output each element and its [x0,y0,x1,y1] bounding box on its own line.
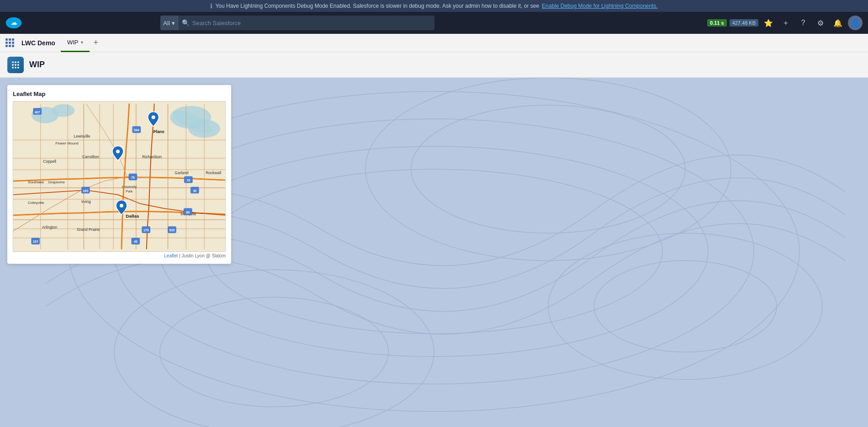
svg-point-84 [120,204,123,208]
svg-text:Coppell: Coppell [43,159,56,164]
svg-text:544: 544 [134,128,139,132]
svg-rect-5 [12,64,14,65]
svg-text:Colleyville: Colleyville [28,201,44,205]
debug-link[interactable]: Enable Debug Mode for Lightning Componen… [542,3,658,9]
help-button[interactable]: ? [796,16,810,30]
svg-point-20 [594,261,777,352]
svg-text:157: 157 [33,240,38,243]
svg-point-14 [206,169,662,334]
map-container[interactable]: 407 544 Lewisville Flower Mound Plano Ca… [13,101,226,252]
main-content: .topo { fill: none; stroke: #2a4a7f; str… [0,78,868,427]
svg-point-15 [365,78,731,261]
svg-text:Richardson: Richardson [142,155,162,159]
svg-rect-8 [12,67,14,68]
svg-text:Plano: Plano [153,129,164,134]
svg-point-16 [411,105,685,233]
svg-text:45: 45 [134,240,138,243]
svg-text:Grapevine: Grapevine [48,180,65,184]
svg-text:Garland: Garland [175,171,188,175]
page-title: WIP [29,60,45,69]
page-icon [7,57,24,73]
svg-text:Irving: Irving [81,199,91,204]
svg-text:183: 183 [83,189,89,192]
svg-text:Rockwall: Rockwall [206,171,221,175]
search-bar: All ▾ 🔍 [160,16,434,30]
chevron-down-icon: ▾ [81,40,83,45]
search-input[interactable] [192,20,431,27]
map-card-title: Leaflet Map [13,91,226,97]
svg-point-13 [160,146,708,357]
add-button[interactable]: ＋ [778,16,793,30]
search-icon: 🔍 [182,19,190,27]
svg-point-19 [548,233,822,379]
svg-text:Grand Prairie: Grand Prairie [77,227,100,232]
svg-rect-3 [15,61,16,63]
svg-text:Flower Mound: Flower Mound [55,141,78,145]
svg-text:78: 78 [186,179,190,182]
svg-text:30: 30 [193,189,196,192]
svg-rect-6 [15,64,16,65]
salesforce-logo[interactable]: ☁ [5,15,22,31]
svg-text:Dallas: Dallas [126,214,139,219]
svg-point-17 [114,270,434,427]
svg-rect-9 [15,67,16,68]
svg-point-25 [52,104,75,117]
setup-button[interactable]: ⚙ [813,16,828,30]
performance-time-badge: 0.11 s [707,19,727,27]
search-scope-dropdown[interactable]: All ▾ [160,16,178,30]
app-launcher-button[interactable] [4,37,16,49]
leaflet-link[interactable]: Leaflet [164,253,178,258]
favorites-button[interactable]: ⭐ [761,16,776,30]
svg-text:407: 407 [35,111,40,114]
header-right: 0.11 s 427.48 KB ⭐ ＋ ? ⚙ 🔔 👤 [707,16,863,30]
svg-text:75: 75 [131,176,135,179]
svg-rect-4 [17,61,19,63]
leaflet-map-svg: 407 544 Lewisville Flower Mound Plano Ca… [13,101,225,251]
svg-point-83 [116,149,120,153]
add-tab-button[interactable]: + [91,38,100,48]
app-bar: LWC Demo WIP ▾ + [0,34,868,52]
svg-text:175: 175 [143,229,149,232]
svg-text:Carrollton: Carrollton [82,155,99,159]
svg-text:Lewisville: Lewisville [74,134,90,139]
wip-tab[interactable]: WIP ▾ [61,34,90,52]
page-header: WIP [0,52,868,78]
tab-label: WIP [67,39,79,46]
map-card: Leaflet Map [7,85,231,264]
svg-text:☁: ☁ [11,19,17,26]
svg-point-18 [160,297,388,407]
notifications-button[interactable]: 🔔 [831,16,845,30]
map-attribution: Leaflet | Justin Lyon @ Slalom [13,253,226,258]
chevron-down-icon: ▾ [172,20,175,27]
header: ☁ All ▾ 🔍 0.11 s 427.48 KB ⭐ ＋ ? ⚙ 🔔 👤 [0,12,868,34]
svg-rect-7 [17,64,19,65]
svg-point-82 [152,116,155,119]
debug-message: You Have Lightning Components Debug Mode… [215,3,539,9]
app-name: LWC Demo [18,39,59,47]
performance-kb-badge: 427.48 KB [730,19,758,27]
svg-rect-10 [17,67,19,68]
svg-text:635: 635 [169,229,175,232]
user-avatar[interactable]: 👤 [848,16,863,30]
svg-text:80: 80 [186,211,190,214]
svg-rect-2 [12,61,14,63]
svg-text:Southlake: Southlake [28,180,44,184]
svg-text:Arlington: Arlington [42,225,58,230]
info-icon: ℹ [210,2,212,10]
debug-banner: ℹ You Have Lightning Components Debug Mo… [0,0,868,12]
